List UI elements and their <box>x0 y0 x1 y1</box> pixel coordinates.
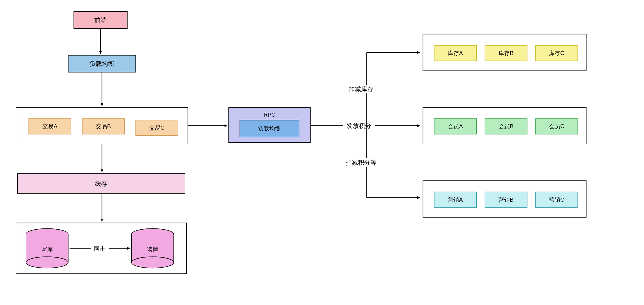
stock-group: 库存A 库存B 库存C <box>423 34 586 71</box>
rpc-box: RPC 负载均衡 <box>229 107 310 143</box>
sync-label: 同步 <box>94 245 105 252</box>
trxC-label: 交易C <box>149 125 164 131</box>
stockC-label: 库存C <box>549 50 564 56</box>
memberB-label: 会员B <box>498 123 513 129</box>
diagram-canvas: 前端 负载均衡 交易A 交易B 交易C 缓存 写库 <box>0 0 644 305</box>
stockB-label: 库存B <box>498 50 513 56</box>
frontend-label: 前端 <box>94 17 107 24</box>
mktA-label: 营销A <box>448 197 463 203</box>
ded-stock-label: 扣减库存 <box>348 86 373 93</box>
memberC-label: 会员C <box>549 123 564 129</box>
trxB-label: 交易B <box>96 123 111 129</box>
issue-points-label: 发放积分 <box>346 122 371 129</box>
read-db-cylinder: 读库 <box>131 229 174 268</box>
write-db-cylinder: 写库 <box>26 229 68 268</box>
lb-label: 负载均衡 <box>89 60 114 67</box>
frontend-box: 前端 <box>74 12 128 29</box>
trxA-label: 交易A <box>42 123 58 129</box>
mktC-label: 营销C <box>549 197 564 203</box>
trx-group: 交易A 交易B 交易C <box>16 107 188 144</box>
cache-label: 缓存 <box>95 180 107 187</box>
svg-point-17 <box>131 257 174 268</box>
lb-box: 负载均衡 <box>68 55 136 72</box>
svg-point-12 <box>26 257 68 268</box>
write-db-label: 写库 <box>41 246 53 252</box>
ded-points-label: 扣减积分等 <box>345 159 377 166</box>
rpc-title: RPC <box>263 112 275 118</box>
mktB-label: 营销B <box>498 197 513 203</box>
read-db-label: 读库 <box>147 246 158 252</box>
memberA-label: 会员A <box>448 123 463 129</box>
stockA-label: 库存A <box>448 50 463 56</box>
cache-box: 缓存 <box>17 174 185 193</box>
member-group: 会员A 会员B 会员C <box>423 107 586 144</box>
rpc-lb-label: 负载均衡 <box>258 125 281 132</box>
mkt-group: 营销A 营销B 营销C <box>423 181 586 217</box>
db-group: 写库 读库 同步 <box>16 223 186 274</box>
